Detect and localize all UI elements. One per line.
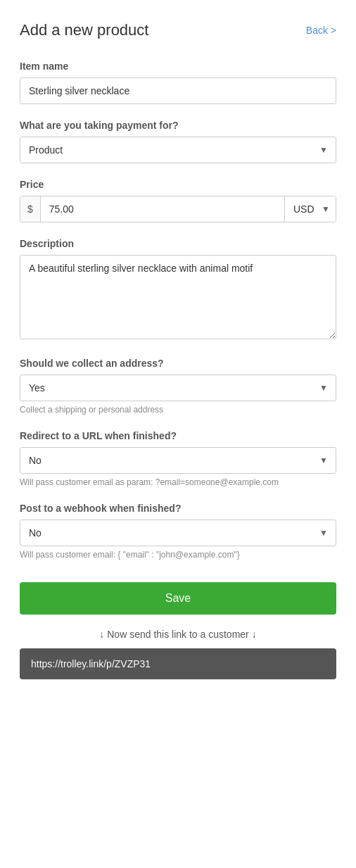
webhook-select[interactable]: No Yes xyxy=(20,520,336,546)
address-select-wrapper: Yes No ▼ xyxy=(20,375,336,401)
item-name-label: Item name xyxy=(20,61,336,72)
send-link-section: ↓ Now send this link to a customer ↓ xyxy=(20,629,336,640)
page-header: Add a new product Back > xyxy=(20,21,336,39)
send-link-text: ↓ Now send this link to a customer ↓ xyxy=(20,629,336,640)
description-group: Description A beautiful sterling silver … xyxy=(20,238,336,342)
redirect-label: Redirect to a URL when finished? xyxy=(20,430,336,441)
payment-group: What are you taking payment for? Product… xyxy=(20,120,336,163)
description-textarea[interactable]: A beautiful sterling silver necklace wit… xyxy=(20,255,336,339)
price-symbol: $ xyxy=(20,196,41,222)
description-label: Description xyxy=(20,238,336,249)
item-name-group: Item name xyxy=(20,61,336,104)
address-select[interactable]: Yes No xyxy=(20,375,336,401)
address-hint: Collect a shipping or personal address xyxy=(20,405,336,415)
payment-label: What are you taking payment for? xyxy=(20,120,336,131)
price-input[interactable] xyxy=(41,196,284,222)
webhook-group: Post to a webhook when finished? No Yes … xyxy=(20,503,336,560)
webhook-label: Post to a webhook when finished? xyxy=(20,503,336,514)
back-link[interactable]: Back > xyxy=(306,25,336,36)
page-container: Add a new product Back > Item name What … xyxy=(0,0,356,868)
currency-select-wrapper: USD EUR GBP CAD AUD ▼ xyxy=(284,196,336,222)
url-value: https://trolley.link/p/ZVZP31 xyxy=(31,658,151,669)
redirect-hint: Will pass customer email as param: ?emai… xyxy=(20,477,336,487)
url-display[interactable]: https://trolley.link/p/ZVZP31 xyxy=(20,648,336,679)
redirect-select[interactable]: No Yes xyxy=(20,447,336,474)
price-row: $ USD EUR GBP CAD AUD ▼ xyxy=(20,196,336,222)
price-label: Price xyxy=(20,179,336,190)
currency-select[interactable]: USD EUR GBP CAD AUD xyxy=(285,196,336,222)
redirect-group: Redirect to a URL when finished? No Yes … xyxy=(20,430,336,487)
webhook-hint: Will pass customer email: { "email" : "j… xyxy=(20,550,336,560)
redirect-select-wrapper: No Yes ▼ xyxy=(20,447,336,474)
address-group: Should we collect an address? Yes No ▼ C… xyxy=(20,358,336,415)
address-label: Should we collect an address? xyxy=(20,358,336,369)
price-group: Price $ USD EUR GBP CAD AUD ▼ xyxy=(20,179,336,222)
save-button[interactable]: Save xyxy=(20,582,336,615)
webhook-select-wrapper: No Yes ▼ xyxy=(20,520,336,546)
item-name-input[interactable] xyxy=(20,77,336,104)
payment-select[interactable]: Product Service Donation xyxy=(20,137,336,163)
payment-select-wrapper: Product Service Donation ▼ xyxy=(20,137,336,163)
page-title: Add a new product xyxy=(20,21,148,39)
